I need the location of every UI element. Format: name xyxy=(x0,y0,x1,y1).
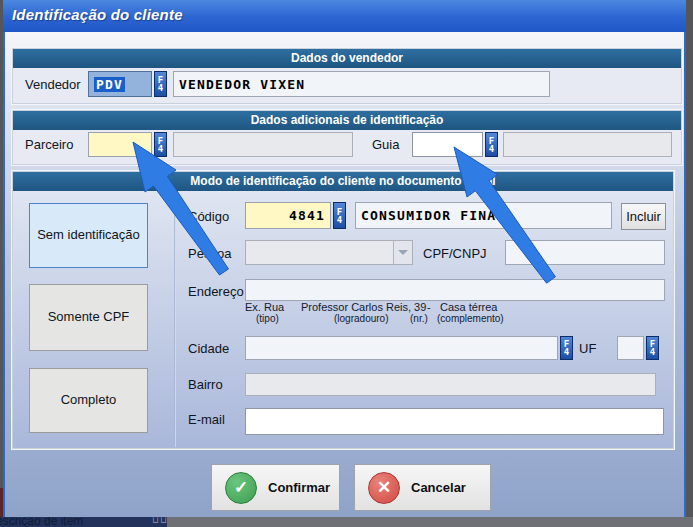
incluir-button[interactable]: Incluir xyxy=(621,203,666,230)
cidade-f4-lookup-button[interactable]: F 4 xyxy=(560,336,573,360)
f4-bottom: 4 xyxy=(158,145,163,153)
f4-bottom: 4 xyxy=(158,84,163,92)
endereco-hint-separador: - xyxy=(427,301,431,313)
parceiro-label: Parceiro xyxy=(25,137,73,152)
endereco-caption-logradouro: (logradouro) xyxy=(334,313,388,324)
parceiro-name-field xyxy=(173,132,353,157)
background-window-strip: escrição de item ⊔⊔ xyxy=(0,517,693,527)
f4-bottom: 4 xyxy=(650,348,655,356)
endereco-caption-complemento: (complemento) xyxy=(437,313,504,324)
bairro-label: Bairro xyxy=(188,377,223,392)
confirm-check-icon: ✓ xyxy=(225,472,257,504)
vendedor-code-input[interactable]: PDV xyxy=(88,71,152,97)
screen: Identificação do cliente Dados do vended… xyxy=(0,0,693,527)
pessoa-label: Pessoa xyxy=(188,246,231,261)
endereco-caption-tipo: (tipo) xyxy=(256,313,279,324)
mode-button-completo[interactable]: Completo xyxy=(29,368,148,433)
uf-f4-lookup-button[interactable]: F 4 xyxy=(646,336,659,360)
panel-divider xyxy=(174,192,176,447)
email-input[interactable] xyxy=(245,408,664,435)
vendedor-code-selected-text: PDV xyxy=(94,77,125,92)
uf-label: UF xyxy=(579,341,596,356)
cancelar-button-label: Cancelar xyxy=(411,480,466,495)
f4-bottom: 4 xyxy=(337,216,342,224)
vendedor-f4-lookup-button[interactable]: F 4 xyxy=(154,71,167,97)
cpf-cnpj-label: CPF/CNPJ xyxy=(423,246,487,261)
guia-code-input[interactable] xyxy=(412,132,483,157)
chevron-down-icon[interactable] xyxy=(393,241,412,264)
background-window-edge xyxy=(0,488,3,517)
email-label: E-mail xyxy=(188,412,225,427)
codigo-input[interactable]: 4841 xyxy=(245,202,331,229)
guia-f4-lookup-button[interactable]: F 4 xyxy=(485,132,498,157)
endereco-hint-complemento: Casa térrea xyxy=(440,301,497,313)
parceiro-f4-lookup-button[interactable]: F 4 xyxy=(154,132,167,157)
confirmar-button-label: Confirmar xyxy=(268,480,330,495)
background-partial-text: escrição de item xyxy=(0,517,83,527)
guia-name-field xyxy=(503,132,672,157)
cidade-label: Cidade xyxy=(188,341,229,356)
cancel-x-icon: ✕ xyxy=(368,472,400,504)
cliente-nome-field[interactable]: CONSUMIDOR FINAL xyxy=(355,202,612,229)
bairro-field xyxy=(245,373,656,396)
background-window-strip-left: escrição de item ⊔⊔ xyxy=(0,517,167,527)
group-header-dados-vendedor: Dados do vendedor xyxy=(13,49,681,68)
vendedor-label: Vendedor xyxy=(25,77,81,92)
dialog-title: Identificação do cliente xyxy=(12,6,183,23)
endereco-hint-exemplo: Ex. Rua xyxy=(245,301,284,313)
endereco-input[interactable] xyxy=(245,279,665,301)
f4-bottom: 4 xyxy=(564,348,569,356)
background-glyphs: ⊔⊔ xyxy=(152,517,167,525)
pessoa-select[interactable] xyxy=(245,240,413,265)
parceiro-code-input[interactable] xyxy=(88,132,152,157)
endereco-caption-numero: (nr.) xyxy=(410,313,428,324)
uf-input[interactable] xyxy=(617,336,644,360)
f4-bottom: 4 xyxy=(489,145,494,153)
dialog-titlebar[interactable]: Identificação do cliente xyxy=(3,0,686,32)
endereco-label: Endereço xyxy=(188,284,244,299)
endereco-hint-logradouro: Professor Carlos Reis, 39 xyxy=(301,301,426,313)
cpf-cnpj-input[interactable] xyxy=(505,240,665,265)
group-header-dados-adicionais: Dados adicionais de identificação xyxy=(13,111,681,130)
codigo-f4-lookup-button[interactable]: F 4 xyxy=(333,202,346,229)
vendedor-name-field[interactable]: VENDEDOR VIXEN xyxy=(173,71,550,97)
confirmar-button[interactable]: ✓ Confirmar xyxy=(211,464,340,511)
cidade-input[interactable] xyxy=(245,336,558,360)
codigo-label: Código xyxy=(188,209,229,224)
group-header-modo-identificacao: Modo de identificação do cliente no docu… xyxy=(13,172,673,191)
mode-button-somente-cpf[interactable]: Somente CPF xyxy=(29,284,148,351)
cancelar-button[interactable]: ✕ Cancelar xyxy=(354,464,491,511)
guia-label: Guia xyxy=(372,137,399,152)
mode-button-sem-identificacao[interactable]: Sem identificação xyxy=(29,203,148,268)
